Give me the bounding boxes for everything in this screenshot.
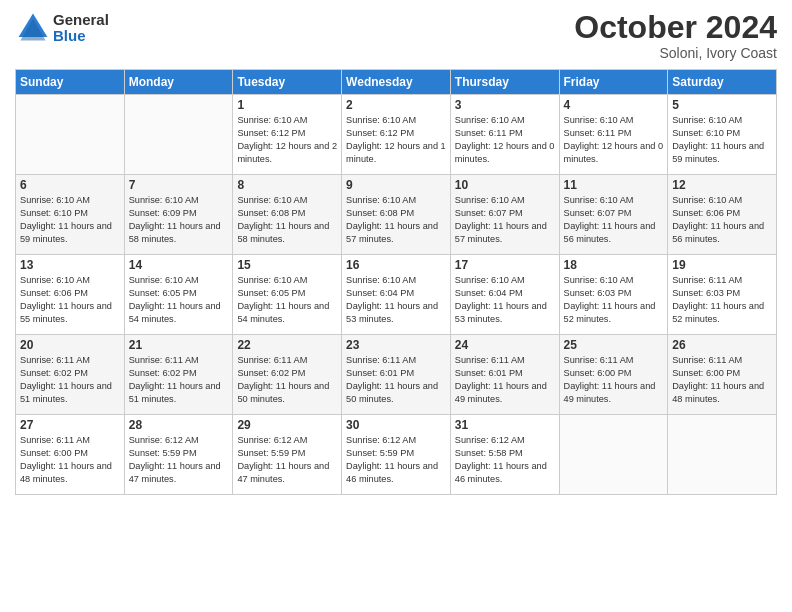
day-number: 14 xyxy=(129,258,229,272)
col-thursday: Thursday xyxy=(450,70,559,95)
table-row: 3Sunrise: 6:10 AMSunset: 6:11 PMDaylight… xyxy=(450,95,559,175)
table-row: 21Sunrise: 6:11 AMSunset: 6:02 PMDayligh… xyxy=(124,335,233,415)
col-friday: Friday xyxy=(559,70,668,95)
page: General Blue October 2024 Soloni, Ivory … xyxy=(0,0,792,612)
day-info: Sunrise: 6:10 AMSunset: 6:06 PMDaylight:… xyxy=(672,194,772,246)
table-row: 15Sunrise: 6:10 AMSunset: 6:05 PMDayligh… xyxy=(233,255,342,335)
day-number: 24 xyxy=(455,338,555,352)
day-info: Sunrise: 6:10 AMSunset: 6:07 PMDaylight:… xyxy=(564,194,664,246)
day-number: 27 xyxy=(20,418,120,432)
day-info: Sunrise: 6:11 AMSunset: 6:02 PMDaylight:… xyxy=(129,354,229,406)
day-number: 4 xyxy=(564,98,664,112)
location-subtitle: Soloni, Ivory Coast xyxy=(574,45,777,61)
day-info: Sunrise: 6:12 AMSunset: 5:59 PMDaylight:… xyxy=(237,434,337,486)
col-saturday: Saturday xyxy=(668,70,777,95)
table-row: 24Sunrise: 6:11 AMSunset: 6:01 PMDayligh… xyxy=(450,335,559,415)
table-row: 12Sunrise: 6:10 AMSunset: 6:06 PMDayligh… xyxy=(668,175,777,255)
table-row: 8Sunrise: 6:10 AMSunset: 6:08 PMDaylight… xyxy=(233,175,342,255)
day-info: Sunrise: 6:10 AMSunset: 6:12 PMDaylight:… xyxy=(237,114,337,166)
table-row: 28Sunrise: 6:12 AMSunset: 5:59 PMDayligh… xyxy=(124,415,233,495)
day-info: Sunrise: 6:10 AMSunset: 6:05 PMDaylight:… xyxy=(129,274,229,326)
day-number: 18 xyxy=(564,258,664,272)
table-row xyxy=(668,415,777,495)
logo: General Blue xyxy=(15,10,109,46)
title-block: October 2024 Soloni, Ivory Coast xyxy=(574,10,777,61)
day-info: Sunrise: 6:10 AMSunset: 6:07 PMDaylight:… xyxy=(455,194,555,246)
table-row: 5Sunrise: 6:10 AMSunset: 6:10 PMDaylight… xyxy=(668,95,777,175)
day-number: 13 xyxy=(20,258,120,272)
day-info: Sunrise: 6:11 AMSunset: 6:02 PMDaylight:… xyxy=(237,354,337,406)
table-row: 1Sunrise: 6:10 AMSunset: 6:12 PMDaylight… xyxy=(233,95,342,175)
day-info: Sunrise: 6:11 AMSunset: 6:00 PMDaylight:… xyxy=(672,354,772,406)
day-info: Sunrise: 6:10 AMSunset: 6:12 PMDaylight:… xyxy=(346,114,446,166)
table-row: 16Sunrise: 6:10 AMSunset: 6:04 PMDayligh… xyxy=(342,255,451,335)
header: General Blue October 2024 Soloni, Ivory … xyxy=(15,10,777,61)
day-number: 31 xyxy=(455,418,555,432)
table-row: 7Sunrise: 6:10 AMSunset: 6:09 PMDaylight… xyxy=(124,175,233,255)
day-number: 22 xyxy=(237,338,337,352)
day-number: 15 xyxy=(237,258,337,272)
header-row: Sunday Monday Tuesday Wednesday Thursday… xyxy=(16,70,777,95)
table-row: 30Sunrise: 6:12 AMSunset: 5:59 PMDayligh… xyxy=(342,415,451,495)
week-row-1: 1Sunrise: 6:10 AMSunset: 6:12 PMDaylight… xyxy=(16,95,777,175)
day-number: 16 xyxy=(346,258,446,272)
table-row: 18Sunrise: 6:10 AMSunset: 6:03 PMDayligh… xyxy=(559,255,668,335)
day-info: Sunrise: 6:10 AMSunset: 6:11 PMDaylight:… xyxy=(564,114,664,166)
col-wednesday: Wednesday xyxy=(342,70,451,95)
col-tuesday: Tuesday xyxy=(233,70,342,95)
table-row: 26Sunrise: 6:11 AMSunset: 6:00 PMDayligh… xyxy=(668,335,777,415)
table-row: 17Sunrise: 6:10 AMSunset: 6:04 PMDayligh… xyxy=(450,255,559,335)
day-number: 8 xyxy=(237,178,337,192)
calendar-table: Sunday Monday Tuesday Wednesday Thursday… xyxy=(15,69,777,495)
day-number: 29 xyxy=(237,418,337,432)
day-info: Sunrise: 6:10 AMSunset: 6:06 PMDaylight:… xyxy=(20,274,120,326)
day-info: Sunrise: 6:10 AMSunset: 6:08 PMDaylight:… xyxy=(346,194,446,246)
day-info: Sunrise: 6:10 AMSunset: 6:09 PMDaylight:… xyxy=(129,194,229,246)
table-row: 25Sunrise: 6:11 AMSunset: 6:00 PMDayligh… xyxy=(559,335,668,415)
day-number: 9 xyxy=(346,178,446,192)
day-info: Sunrise: 6:10 AMSunset: 6:03 PMDaylight:… xyxy=(564,274,664,326)
day-info: Sunrise: 6:11 AMSunset: 6:00 PMDaylight:… xyxy=(20,434,120,486)
day-number: 30 xyxy=(346,418,446,432)
day-number: 17 xyxy=(455,258,555,272)
day-number: 5 xyxy=(672,98,772,112)
day-info: Sunrise: 6:10 AMSunset: 6:10 PMDaylight:… xyxy=(672,114,772,166)
day-info: Sunrise: 6:10 AMSunset: 6:10 PMDaylight:… xyxy=(20,194,120,246)
table-row xyxy=(16,95,125,175)
table-row: 20Sunrise: 6:11 AMSunset: 6:02 PMDayligh… xyxy=(16,335,125,415)
col-sunday: Sunday xyxy=(16,70,125,95)
day-info: Sunrise: 6:10 AMSunset: 6:08 PMDaylight:… xyxy=(237,194,337,246)
day-info: Sunrise: 6:11 AMSunset: 6:01 PMDaylight:… xyxy=(346,354,446,406)
table-row: 2Sunrise: 6:10 AMSunset: 6:12 PMDaylight… xyxy=(342,95,451,175)
day-info: Sunrise: 6:11 AMSunset: 6:00 PMDaylight:… xyxy=(564,354,664,406)
day-number: 25 xyxy=(564,338,664,352)
day-number: 28 xyxy=(129,418,229,432)
week-row-3: 13Sunrise: 6:10 AMSunset: 6:06 PMDayligh… xyxy=(16,255,777,335)
day-number: 21 xyxy=(129,338,229,352)
table-row: 4Sunrise: 6:10 AMSunset: 6:11 PMDaylight… xyxy=(559,95,668,175)
day-info: Sunrise: 6:12 AMSunset: 5:59 PMDaylight:… xyxy=(346,434,446,486)
day-info: Sunrise: 6:11 AMSunset: 6:03 PMDaylight:… xyxy=(672,274,772,326)
day-info: Sunrise: 6:10 AMSunset: 6:04 PMDaylight:… xyxy=(346,274,446,326)
week-row-5: 27Sunrise: 6:11 AMSunset: 6:00 PMDayligh… xyxy=(16,415,777,495)
table-row: 9Sunrise: 6:10 AMSunset: 6:08 PMDaylight… xyxy=(342,175,451,255)
table-row: 29Sunrise: 6:12 AMSunset: 5:59 PMDayligh… xyxy=(233,415,342,495)
month-title: October 2024 xyxy=(574,10,777,45)
table-row: 22Sunrise: 6:11 AMSunset: 6:02 PMDayligh… xyxy=(233,335,342,415)
logo-general-text: General xyxy=(53,12,109,29)
day-number: 10 xyxy=(455,178,555,192)
day-number: 7 xyxy=(129,178,229,192)
day-number: 23 xyxy=(346,338,446,352)
day-info: Sunrise: 6:11 AMSunset: 6:01 PMDaylight:… xyxy=(455,354,555,406)
table-row: 13Sunrise: 6:10 AMSunset: 6:06 PMDayligh… xyxy=(16,255,125,335)
day-number: 19 xyxy=(672,258,772,272)
table-row: 19Sunrise: 6:11 AMSunset: 6:03 PMDayligh… xyxy=(668,255,777,335)
col-monday: Monday xyxy=(124,70,233,95)
table-row: 6Sunrise: 6:10 AMSunset: 6:10 PMDaylight… xyxy=(16,175,125,255)
table-row: 31Sunrise: 6:12 AMSunset: 5:58 PMDayligh… xyxy=(450,415,559,495)
table-row: 14Sunrise: 6:10 AMSunset: 6:05 PMDayligh… xyxy=(124,255,233,335)
table-row: 11Sunrise: 6:10 AMSunset: 6:07 PMDayligh… xyxy=(559,175,668,255)
logo-icon xyxy=(15,10,51,46)
table-row xyxy=(124,95,233,175)
table-row: 10Sunrise: 6:10 AMSunset: 6:07 PMDayligh… xyxy=(450,175,559,255)
